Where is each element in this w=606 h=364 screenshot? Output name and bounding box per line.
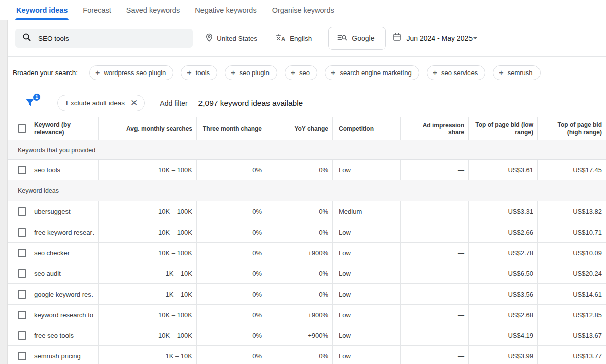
row-checkbox[interactable] [18,290,26,299]
row-checkbox[interactable] [18,352,26,360]
cell-competition: Low [332,305,400,325]
keyword-label: free keyword resear… [34,229,94,236]
cell-ad-impression-share: — [400,243,468,263]
cell-top-of-page-bid-high: US$12.85 [537,305,606,325]
broaden-chip[interactable]: + wordpress seo plugin [89,65,173,80]
plus-icon: + [331,69,335,77]
broaden-chip[interactable]: + semrush [493,65,540,80]
filter-funnel-icon[interactable]: 1 [24,97,37,110]
broaden-chip[interactable]: + search engine marketing [325,65,419,80]
cell-yoy-change: 0% [266,263,332,283]
header-yoy-change[interactable]: YoY change [266,117,332,140]
row-checkbox[interactable] [18,228,26,237]
date-range-picker[interactable]: Jun 2024 - May 2025 [392,27,481,49]
broaden-chip[interactable]: + tools [181,65,217,80]
row-checkbox[interactable] [18,311,26,319]
close-icon[interactable]: ✕ [130,99,138,107]
add-filter-button[interactable]: Add filter [160,99,187,107]
cell-ad-impression-share: — [400,201,468,222]
keyword-label: free seo tools [34,332,74,339]
cell-three-month-change: 0% [196,284,266,304]
cell-top-of-page-bid-high: US$13.82 [537,201,606,222]
keywords-table: Keyword (by relevance) Avg. monthly sear… [8,117,606,364]
tab-forecast[interactable]: Forecast [83,0,111,20]
cell-competition: Low [332,263,400,283]
cell-yoy-change: 0% [266,284,332,304]
header-competition[interactable]: Competition [332,117,400,140]
keyword-label: keyword research to… [34,311,94,319]
broaden-search-row: Broaden your search: + wordpress seo plu… [8,57,606,89]
plus-icon: + [187,69,191,77]
chip-label: seo services [441,69,478,77]
header-avg-monthly-searches[interactable]: Avg. monthly searches [98,117,196,140]
header-top-bid-low[interactable]: Top of page bid (low range) [468,117,537,140]
tab-organise-keywords[interactable]: Organise keywords [272,0,334,20]
cell-avg-monthly-searches: 10K – 100K [98,160,196,180]
keyword-search-box[interactable] [15,29,193,48]
cell-avg-monthly-searches: 10K – 100K [98,201,196,222]
cell-avg-monthly-searches: 10K – 100K [98,305,196,325]
filter-chip-label: Exclude adult ideas [66,99,125,107]
location-selector[interactable]: United States [205,33,257,43]
cell-top-of-page-bid-high: US$14.61 [537,284,606,304]
network-selector-button[interactable]: Google [328,27,386,50]
select-all-checkbox[interactable] [18,124,26,133]
cell-keyword: keyword research to… [8,305,98,325]
row-checkbox[interactable] [18,249,26,257]
broaden-chip[interactable]: + seo plugin [225,65,277,80]
header-top-bid-high[interactable]: Top of page bid (high range) [537,117,606,140]
cell-top-of-page-bid-high: US$13.67 [537,325,606,345]
cell-yoy-change: +900% [266,325,332,345]
tab-saved-keywords[interactable]: Saved keywords [126,0,180,20]
cell-competition: Low [332,243,400,263]
cell-top-of-page-bid-low: US$3.61 [468,160,537,180]
table-row: seo audit1K – 10K0%0%Low—US$6.50US$20.24 [8,263,606,284]
table-header-row: Keyword (by relevance) Avg. monthly sear… [8,117,606,140]
cell-top-of-page-bid-high: US$10.09 [537,243,606,263]
cell-ad-impression-share: — [400,222,468,242]
network-label: Google [352,34,374,42]
broaden-chip[interactable]: + seo services [427,65,486,80]
row-checkbox[interactable] [18,331,26,340]
header-three-month-change[interactable]: Three month change [196,117,266,140]
plus-icon: + [499,69,503,77]
search-input[interactable] [38,35,186,42]
table-row: ubersuggest10K – 100K0%0%Medium—US$3.31U… [8,201,606,222]
language-selector[interactable]: A English [276,34,312,43]
header-ad-impression-share[interactable]: Ad impression share [400,117,468,140]
svg-text:A: A [281,36,285,42]
row-checkbox[interactable] [18,166,26,174]
cell-three-month-change: 0% [196,160,266,180]
main-content: United States A English [8,20,606,364]
cell-keyword: google keyword res… [8,284,98,304]
keyword-label: semrush pricing [34,352,81,360]
location-label: United States [217,35,257,42]
broaden-chip[interactable]: + seo [285,65,317,80]
translate-icon: A [276,34,286,43]
active-filter-chip[interactable]: Exclude adult ideas ✕ [57,95,145,111]
plus-icon: + [433,69,437,77]
table-row: semrush pricing1K – 10K0%0%Low—US$3.99US… [8,346,606,364]
table-row: google keyword res…1K – 10K0%0%Low—US$3.… [8,284,606,305]
chip-label: tools [196,69,210,77]
cell-avg-monthly-searches: 1K – 10K [98,263,196,283]
cell-keyword: seo audit [8,263,98,283]
cell-three-month-change: 0% [196,346,266,364]
row-checkbox[interactable] [18,207,26,216]
cell-yoy-change: +900% [266,243,332,263]
tab-negative-keywords[interactable]: Negative keywords [195,0,257,20]
cell-top-of-page-bid-low: US$3.99 [468,346,537,364]
date-range-label: Jun 2024 - May 2025 [406,34,473,42]
row-checkbox[interactable] [18,269,26,278]
chip-label: semrush [508,69,533,77]
table-body: Keywords that you providedseo tools10K –… [8,140,606,364]
keyword-label: google keyword res… [34,290,94,298]
table-row: free seo tools10K – 100K0%+900%Low—US$4.… [8,325,606,346]
search-icon [22,33,31,44]
cell-avg-monthly-searches: 10K – 100K [98,243,196,263]
tab-keyword-ideas[interactable]: Keyword ideas [16,0,68,20]
language-label: English [290,35,312,42]
cell-ad-impression-share: — [400,346,468,364]
table-row: seo tools10K – 100K0%0%Low—US$3.61US$17.… [8,160,606,180]
left-gutter [0,20,8,364]
